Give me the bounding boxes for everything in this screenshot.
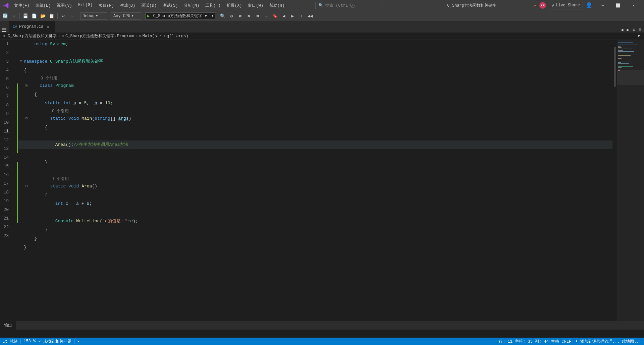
toolbar-misc-3[interactable]: ⇆: [245, 12, 253, 20]
line-num-15: 15: [0, 162, 13, 171]
code-line-21[interactable]: }: [18, 234, 612, 243]
status-zoom[interactable]: 153 %: [23, 339, 36, 344]
minimap[interactable]: [617, 40, 644, 321]
menu-help[interactable]: 帮助(H): [267, 2, 287, 9]
code-line-2[interactable]: [18, 49, 612, 57]
menu-tools[interactable]: 工具(T): [203, 2, 223, 9]
toolbar-misc-9[interactable]: ◀◀: [306, 12, 314, 20]
user-avatar[interactable]: XX: [539, 2, 546, 9]
output-tabs: 输出: [0, 321, 644, 330]
code-line-19[interactable]: Console.WriteLine("c的值是："+c);: [18, 217, 612, 226]
code-line-11[interactable]: ✏ Area();//在主方法中调用Area方法: [18, 140, 612, 149]
code-line-5[interactable]: ⊟ class Program: [18, 81, 612, 90]
code-line-14[interactable]: [18, 167, 612, 175]
tab-settings[interactable]: ⚙: [631, 27, 637, 33]
bookmark-button[interactable]: 🔖: [271, 12, 279, 20]
menu-analyze[interactable]: 分析(N): [181, 2, 202, 9]
fold-marker-8[interactable]: ⊟: [24, 116, 29, 121]
code-content-area[interactable]: using System; ⊟ namespace C_Sharp方法函数和关键…: [18, 40, 612, 321]
new-file-button[interactable]: 🔄: [1, 12, 9, 20]
search-toolbar-button[interactable]: 🔍: [219, 12, 226, 20]
code-line-8[interactable]: ⊟ static void Main(string[] args): [18, 114, 612, 123]
toolbar-misc-7[interactable]: ▶: [289, 12, 296, 20]
status-line-col[interactable]: 行: 11 字符: 35 列: 44 空格 CRLF: [499, 339, 571, 344]
toolbar-misc-8[interactable]: ↕: [298, 12, 305, 20]
breadcrumb-method[interactable]: Main(string[] args): [143, 34, 189, 39]
code-line-23[interactable]: [18, 252, 612, 261]
status-sep: [20, 339, 21, 344]
code-line-1[interactable]: using System;: [18, 40, 612, 49]
toolbar-misc-5[interactable]: ⇊: [263, 12, 270, 20]
redo-button: ↪: [68, 12, 76, 20]
tab-scroll-left[interactable]: ◀: [620, 27, 625, 33]
output-tab-label[interactable]: 输出: [0, 321, 16, 330]
profile-icon[interactable]: 👤: [586, 2, 592, 9]
tab-program-cs[interactable]: C# Program.cs ✕: [9, 21, 55, 33]
code-line-12[interactable]: [18, 149, 612, 158]
code-line-13[interactable]: }: [18, 158, 612, 167]
status-add-to-repo[interactable]: ⬆ 添加到源代码管理... 此地图...: [575, 339, 641, 344]
code-line-4[interactable]: {: [18, 66, 612, 75]
debug-dropdown[interactable]: Debug ▼: [80, 12, 107, 20]
menu-extensions[interactable]: 扩展(X): [224, 2, 245, 9]
code-line-9[interactable]: {: [18, 123, 612, 132]
fold-marker-5[interactable]: ⊟: [24, 83, 29, 89]
line-num-14: 14: [0, 153, 13, 162]
menu-git[interactable]: Git(G): [75, 2, 95, 9]
menu-view[interactable]: 视图(V): [54, 2, 75, 9]
search-bar[interactable]: 🔍 搜索 (Ctrl+Q): [315, 2, 382, 9]
menu-window[interactable]: 窗口(W): [245, 2, 266, 9]
code-line-17[interactable]: int c = a + b;: [18, 199, 612, 208]
breadcrumb-class[interactable]: C_Sharp方法函数和关键字.Program: [65, 33, 134, 39]
tab-scroll-right[interactable]: ▶: [626, 27, 631, 33]
tab-close-button[interactable]: ✕: [45, 24, 51, 30]
toolbar-misc-4[interactable]: ⇉: [254, 12, 261, 20]
save-button[interactable]: 💾: [22, 12, 29, 20]
live-share-button[interactable]: ⚡ Live Share: [549, 2, 583, 9]
close-button[interactable]: ✕: [626, 0, 641, 11]
status-no-issues[interactable]: ✓ 未找到相关问题: [38, 339, 71, 344]
line-num-17: 17: [0, 179, 13, 188]
code-line-22[interactable]: }: [18, 243, 612, 252]
minimize-button[interactable]: —: [595, 0, 610, 11]
menu-test[interactable]: 测试(S): [160, 2, 181, 9]
vertical-scrollbar[interactable]: [612, 40, 617, 321]
code-line-16[interactable]: {: [18, 191, 612, 199]
sidebar-toggle[interactable]: [1, 27, 7, 33]
toolbar-misc-6[interactable]: ◀: [280, 12, 287, 20]
menu-edit[interactable]: 编辑(E): [33, 2, 54, 9]
code-line-10[interactable]: [18, 132, 612, 140]
code-line-3[interactable]: ⊟ namespace C_Sharp方法函数和关键字: [18, 57, 612, 66]
git-icon: ⎇: [3, 339, 7, 344]
status-git-branch[interactable]: ⎇ 就绪: [3, 339, 18, 344]
run-button[interactable]: ▶ C_Sharp方法函数和关键字 ▼ ▼: [145, 12, 215, 20]
code-line-6[interactable]: {: [18, 90, 612, 99]
platform-dropdown[interactable]: Any CPU ▼: [111, 12, 141, 20]
open-button[interactable]: 📂: [39, 12, 47, 20]
scrollbar-thumb[interactable]: [614, 47, 616, 87]
fold-marker-15[interactable]: ⊟: [24, 184, 29, 189]
code-line-18[interactable]: [18, 208, 612, 217]
menu-build[interactable]: 生成(B): [117, 2, 138, 9]
code-line-7[interactable]: static int a = 5, b = 10;: [18, 99, 612, 108]
debug-dropdown-arrow: ▼: [96, 14, 98, 18]
status-errors[interactable]: ▾: [77, 339, 79, 344]
code-line-20[interactable]: }: [18, 226, 612, 234]
undo-button[interactable]: ↩: [60, 12, 67, 20]
code-line-15[interactable]: ⊟ static void Area(): [18, 182, 612, 191]
toolbar-misc-1[interactable]: ⚙: [228, 12, 235, 20]
split-editor-button[interactable]: ⊞: [637, 27, 643, 33]
toolbar-misc-2[interactable]: ⇄: [236, 12, 244, 20]
menu-file[interactable]: 文件(F): [11, 2, 32, 9]
maximize-button[interactable]: ⬜: [610, 0, 626, 11]
save-all-button[interactable]: 📄: [31, 12, 38, 20]
breadcrumb-expand[interactable]: ▼: [636, 34, 641, 39]
menu-debug[interactable]: 调试(D): [139, 2, 159, 9]
breadcrumb-namespace[interactable]: C_Sharp方法函数和关键字: [8, 33, 57, 39]
code-editor[interactable]: 1 2 3 4 5 6 7 8 9 10 11 12 13 14 15 16 1…: [0, 40, 644, 321]
fold-marker-3[interactable]: ⊟: [18, 59, 24, 64]
toolbar-more-1[interactable]: 📋: [48, 12, 55, 20]
run-dropdown-arrow: ▼: [211, 14, 215, 18]
menu-project[interactable]: 项目(P): [96, 2, 117, 9]
line-num-12: 12: [0, 136, 13, 145]
